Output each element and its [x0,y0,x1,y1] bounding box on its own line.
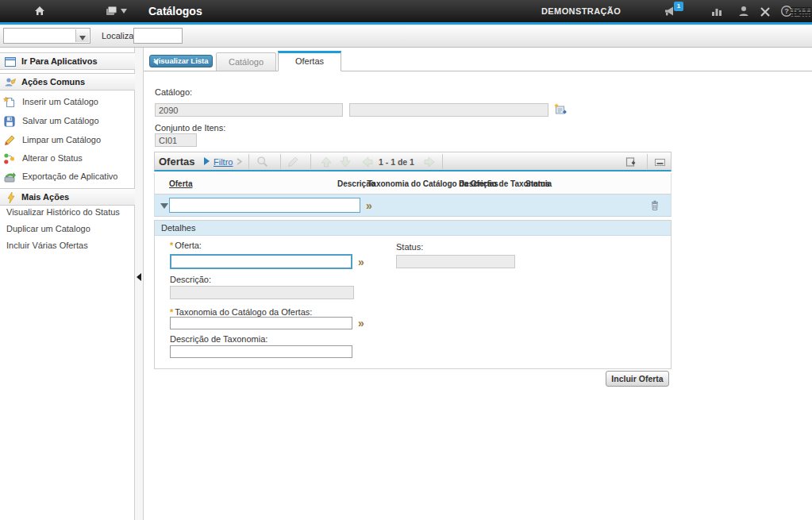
back-arrow-icon [153,59,158,65]
taxonomy-description-input[interactable] [170,345,352,358]
taxonomy-select-value-icon[interactable]: » [358,318,364,329]
row-offer-input[interactable] [169,198,360,213]
common-actions-icon [4,76,17,89]
lightning-icon [5,191,17,204]
previous-page-icon[interactable] [361,156,374,168]
table-edit-icon[interactable] [287,156,299,168]
offer-select-value-icon[interactable]: » [358,256,364,268]
row-detail-toggle-icon[interactable] [160,203,168,209]
new-record-icon [3,96,16,109]
application-window-icon [4,56,17,68]
details-title: Detalhes [161,223,195,233]
itemset-label: Conjunto de Itens: [155,123,225,133]
status-field[interactable] [396,255,515,268]
filter-link[interactable]: Filtro [214,157,233,167]
catalog-id-field[interactable] [155,103,343,117]
home-icon[interactable] [33,5,46,17]
taxonomy-input[interactable] [170,317,352,329]
caret-down-icon [79,36,86,40]
sidebar-item-insert-catalog[interactable]: Inserir um Catálogo [0,94,135,111]
save-icon [3,115,16,128]
next-page-icon[interactable] [423,156,436,168]
sidebar-section-common-actions[interactable]: Ações Comuns [0,73,135,91]
taxonomy-description-label: Descrição de Taxonomia: [170,334,267,344]
offers-table-title: Ofertas [159,156,195,168]
offer-row: » [154,195,672,217]
offers-table-toolbar: Ofertas Filtro 1 - 1 de 1 [154,152,672,171]
sidebar-item-clear-catalog[interactable]: Limpar um Catálogo [0,132,135,149]
sidebar-splitter[interactable] [135,48,144,520]
long-description-icon[interactable] [553,102,568,117]
next-row-icon[interactable] [339,156,352,168]
change-status-icon [3,152,16,165]
pagination-text: 1 - 1 de 1 [379,157,414,167]
required-marker: * [170,307,173,317]
row-offer-select-value-icon[interactable]: » [366,200,372,211]
column-header-offer[interactable]: Oferta [169,179,192,188]
sidebar-item-save-catalog[interactable]: Salvar um Catálogo [0,113,135,130]
view-list-button[interactable]: Visualizar Lista [149,55,213,67]
catalog-description-field[interactable] [349,103,548,117]
sidebar-item-application-export[interactable]: Exportação de Aplicativo [0,168,135,186]
reports-chart-icon[interactable] [710,6,723,18]
top-navbar: Catálogos DEMONSTRAÇÃO 1 ? IBM [0,0,812,22]
select-arrow-button[interactable] [75,29,89,42]
sidebar-section-more-actions[interactable]: Mais Ações [0,188,135,206]
sidebar-item-change-status[interactable]: Alterar o Status [0,150,135,168]
status-label: Status: [396,242,423,252]
application-window: Catálogos DEMONSTRAÇÃO 1 ? IBM Localizar… [0,0,812,520]
environment-label: DEMONSTRAÇÃO [541,0,621,22]
description-label: Descrição: [170,275,211,284]
description-field[interactable] [170,286,354,299]
offers-column-header-row: Oferta Descrição Taxonomia do Catálogo d… [154,173,672,195]
sidebar-item-duplicate-catalog[interactable]: Duplicar um Catalogo [6,224,90,233]
collapse-sidebar-icon[interactable] [137,273,141,281]
download-icon[interactable] [625,156,637,168]
export-icon [3,171,16,183]
filter-collapse-icon[interactable] [237,158,242,165]
tab-offers[interactable]: Ofertas [278,51,341,71]
offer-input[interactable] [170,254,352,269]
action-toolbar: Localizar: [0,25,812,48]
sidebar-item-view-status-history[interactable]: Visualizar Histórico do Status [6,207,120,217]
taxonomy-label: *Taxonomia do Catálogo da Ofertas: [170,307,312,317]
required-marker: * [170,241,173,250]
table-search-icon[interactable] [256,156,268,168]
column-header-status: Status [525,179,550,188]
filter-expand-icon[interactable] [204,157,210,165]
svg-text:?: ? [784,7,789,15]
clear-changes-icon [3,134,16,147]
windows-icon [105,5,117,17]
caret-down-icon [121,9,127,13]
offer-label: *Oferta: [170,241,202,250]
profile-icon[interactable] [737,5,750,17]
itemset-field[interactable] [155,133,197,147]
ibm-logo: IBM [791,6,811,17]
delete-row-icon[interactable] [648,199,661,212]
tab-catalog[interactable]: Catálogo [216,52,276,71]
sidebar: Ir Para Aplicativos Ações Comuns Inserir… [0,48,135,520]
previous-row-icon[interactable] [320,156,333,168]
page-title: Catálogos [148,0,202,22]
sidebar-item-add-multiple-offers[interactable]: Incluir Várias Ofertas [6,241,88,250]
minimize-table-icon[interactable] [655,159,665,166]
find-input[interactable] [133,28,183,44]
catalog-label: Catálogo: [155,87,192,97]
add-offer-button[interactable]: Incluir Oferta [606,371,669,387]
sidebar-item-go-to-applications[interactable]: Ir Para Aplicativos [0,52,135,70]
logout-close-icon[interactable] [759,6,772,18]
quick-action-select[interactable] [3,28,90,44]
quick-action-value[interactable] [4,29,75,43]
details-header: Detalhes [155,221,671,236]
notification-badge[interactable]: 1 [674,2,683,11]
